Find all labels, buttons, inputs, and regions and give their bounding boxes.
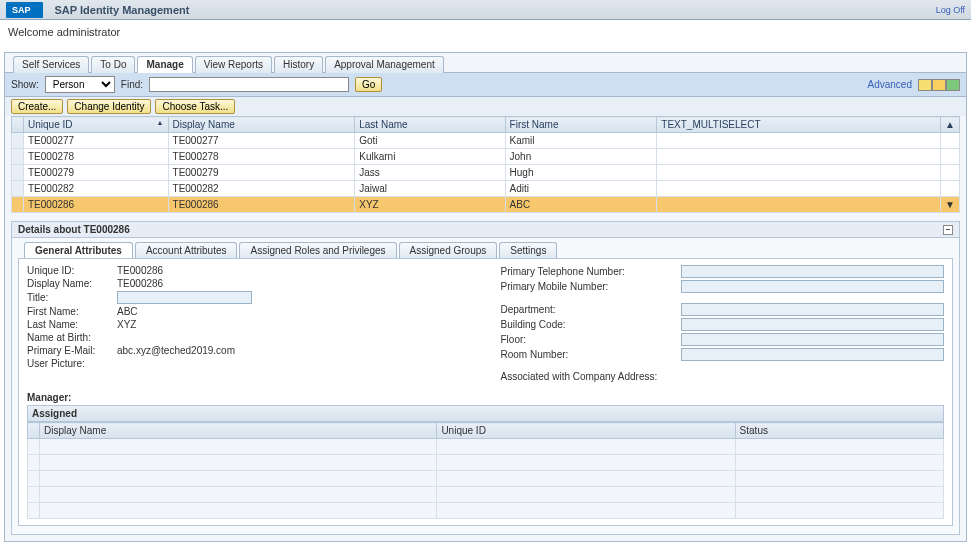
details-title: Details about TE000286 <box>18 224 130 235</box>
cell-uid: TE000286 <box>24 197 169 213</box>
cell-first: Aditi <box>505 181 657 197</box>
cell-txt <box>657 133 941 149</box>
go-button[interactable]: Go <box>355 77 382 92</box>
detail-tab-account-attributes[interactable]: Account Attributes <box>135 242 238 258</box>
show-select[interactable]: Person <box>45 76 115 93</box>
detail-tab-assigned-groups[interactable]: Assigned Groups <box>399 242 498 258</box>
user-picture-label: User Picture: <box>27 358 117 369</box>
col-text-multiselect[interactable]: TEXT_MULTISELECT <box>657 117 941 133</box>
room-input[interactable] <box>681 348 945 361</box>
display-name-value: TE000286 <box>117 278 471 289</box>
title-label: Title: <box>27 292 117 303</box>
cell-txt <box>657 197 941 213</box>
table-row[interactable]: TE000278TE000278KulkarniJohn <box>12 149 960 165</box>
cell-txt <box>657 149 941 165</box>
row-selector[interactable] <box>12 181 24 197</box>
row-selector[interactable] <box>12 197 24 213</box>
select-all-header[interactable] <box>12 117 24 133</box>
sap-logo: SAP <box>6 2 43 18</box>
cell-txt <box>657 165 941 181</box>
assigned-row[interactable] <box>28 503 944 519</box>
building-input[interactable] <box>681 318 945 331</box>
cell-display: TE000286 <box>168 197 355 213</box>
form-right: Primary Telephone Number: Primary Mobile… <box>501 265 945 384</box>
building-label: Building Code: <box>501 319 681 330</box>
change-identity-button[interactable]: Change Identity <box>67 99 151 114</box>
title-input[interactable] <box>117 291 252 304</box>
assigned-row[interactable] <box>28 471 944 487</box>
collapse-icon[interactable]: − <box>943 225 953 235</box>
person-table: Unique ID▲Display NameLast NameFirst Nam… <box>11 116 960 213</box>
col-unique-id[interactable]: Unique ID▲ <box>24 117 169 133</box>
advanced-link[interactable]: Advanced <box>868 79 912 90</box>
assigned-row[interactable] <box>28 455 944 471</box>
row-selector[interactable] <box>28 439 40 455</box>
tab-self-services[interactable]: Self Services <box>13 56 89 73</box>
details-body: General AttributesAccount AttributesAssi… <box>11 238 960 535</box>
row-selector[interactable] <box>28 471 40 487</box>
detail-tab-general-attributes[interactable]: General Attributes <box>24 242 133 258</box>
row-selector[interactable] <box>28 487 40 503</box>
row-selector[interactable] <box>12 165 24 181</box>
table-row[interactable]: TE000282TE000282JaiwalAditi <box>12 181 960 197</box>
tab-history[interactable]: History <box>274 56 323 73</box>
tab-manage[interactable]: Manage <box>137 56 192 73</box>
config-icon[interactable] <box>918 79 932 91</box>
assigned-cell <box>40 439 437 455</box>
assigned-select-header[interactable] <box>28 423 40 439</box>
filter-bar: Show: Person Find: Go Advanced <box>5 73 966 97</box>
col-first-name[interactable]: First Name <box>505 117 657 133</box>
assigned-col-status[interactable]: Status <box>735 423 943 439</box>
download-icon[interactable] <box>946 79 960 91</box>
form-left: Unique ID:TE000286 Display Name:TE000286… <box>27 265 471 384</box>
dept-input[interactable] <box>681 303 945 316</box>
mobile-input[interactable] <box>681 280 945 293</box>
cell-first: Hugh <box>505 165 657 181</box>
assigned-cell <box>437 487 735 503</box>
col-last-name[interactable]: Last Name <box>355 117 505 133</box>
phone-input[interactable] <box>681 265 945 278</box>
export-icon[interactable] <box>932 79 946 91</box>
app-title: SAP Identity Management <box>55 4 190 16</box>
unique-id-value: TE000286 <box>117 265 471 276</box>
tab-view-reports[interactable]: View Reports <box>195 56 272 73</box>
tab-approval-management[interactable]: Approval Management <box>325 56 444 73</box>
table-row[interactable]: TE000277TE000277GotiKamil <box>12 133 960 149</box>
table-row[interactable]: TE000286TE000286XYZABC▼ <box>12 197 960 213</box>
assigned-col-display-name[interactable]: Display Name <box>40 423 437 439</box>
assigned-row[interactable] <box>28 439 944 455</box>
cell-display: TE000279 <box>168 165 355 181</box>
dept-label: Department: <box>501 304 681 315</box>
details-header: Details about TE000286 − <box>11 221 960 238</box>
assigned-col-unique-id[interactable]: Unique ID <box>437 423 735 439</box>
toolbar: Create...Change IdentityChoose Task... <box>5 97 966 116</box>
find-input[interactable] <box>149 77 349 92</box>
log-off-link[interactable]: Log Off <box>936 5 965 15</box>
row-selector[interactable] <box>12 149 24 165</box>
cell-uid: TE000282 <box>24 181 169 197</box>
assigned-header: Assigned <box>27 405 944 422</box>
create--button[interactable]: Create... <box>11 99 63 114</box>
phone-label: Primary Telephone Number: <box>501 266 681 277</box>
assigned-row[interactable] <box>28 487 944 503</box>
choose-task--button[interactable]: Choose Task... <box>155 99 235 114</box>
col-display-name[interactable]: Display Name <box>168 117 355 133</box>
assigned-cell <box>437 439 735 455</box>
find-label: Find: <box>121 79 143 90</box>
detail-tab-assigned-roles-and-privileges[interactable]: Assigned Roles and Privileges <box>239 242 396 258</box>
assigned-cell <box>40 455 437 471</box>
floor-input[interactable] <box>681 333 945 346</box>
cell-first: John <box>505 149 657 165</box>
cell-uid: TE000279 <box>24 165 169 181</box>
last-name-label: Last Name: <box>27 319 117 330</box>
cell-first: Kamil <box>505 133 657 149</box>
table-row[interactable]: TE000279TE000279JassHugh <box>12 165 960 181</box>
first-name-label: First Name: <box>27 306 117 317</box>
floor-label: Floor: <box>501 334 681 345</box>
row-selector[interactable] <box>28 455 40 471</box>
detail-tab-settings[interactable]: Settings <box>499 242 557 258</box>
row-selector[interactable] <box>12 133 24 149</box>
row-selector[interactable] <box>28 503 40 519</box>
tab-to-do[interactable]: To Do <box>91 56 135 73</box>
cell-uid: TE000277 <box>24 133 169 149</box>
